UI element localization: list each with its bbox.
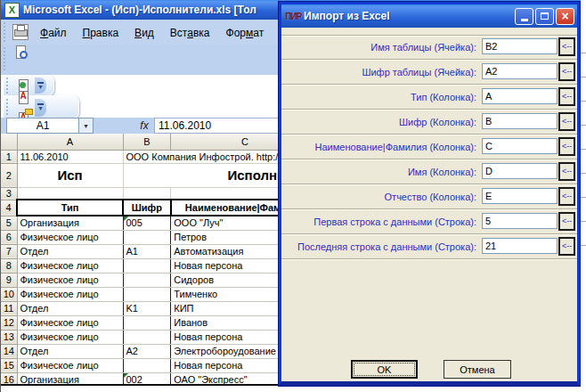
cell-A8[interactable]: Физическое лицо bbox=[17, 258, 123, 273]
row-header-3[interactable]: 3 bbox=[1, 187, 17, 200]
cell-A6[interactable]: Физическое лицо bbox=[17, 230, 123, 244]
close-button[interactable]: × bbox=[556, 8, 574, 25]
dialog-title: Импорт из Excel bbox=[304, 10, 513, 22]
toolbar-options-chevron[interactable]: ▾ bbox=[35, 99, 46, 117]
pick-from-sheet-button[interactable]: <-- bbox=[558, 162, 575, 181]
grid-row-13: 13Физическое лицоНовая персона bbox=[1, 330, 319, 344]
pick-from-sheet-button[interactable]: <-- bbox=[558, 37, 575, 56]
row-header-11[interactable]: 11 bbox=[1, 301, 17, 315]
cell-A11[interactable]: Отдел bbox=[17, 301, 123, 315]
ok-button[interactable]: OK bbox=[351, 360, 418, 379]
grid-row-11: 11ОтделK1КИП bbox=[1, 301, 319, 315]
field-input[interactable] bbox=[482, 38, 558, 54]
menu-вид[interactable]: Вид bbox=[126, 24, 162, 42]
dialog-field-row-6: Имя (Колонка):<-- bbox=[281, 159, 577, 184]
convert-to-pdf-button[interactable] bbox=[12, 86, 34, 108]
cell-A15[interactable]: Физическое лицо bbox=[17, 358, 123, 372]
formula-input[interactable]: 11.06.2010 bbox=[154, 118, 285, 134]
grid-row-15: 15Физическое лицоНовая персона bbox=[1, 358, 319, 372]
field-label: Отчество (Колонка): bbox=[281, 185, 476, 208]
row-header-15[interactable]: 15 bbox=[1, 358, 17, 372]
field-input[interactable] bbox=[482, 213, 558, 229]
cell-B4[interactable]: Шифр bbox=[123, 200, 171, 216]
cell-B13[interactable] bbox=[123, 330, 171, 344]
field-input[interactable] bbox=[482, 238, 558, 254]
name-box-dropdown[interactable]: ▼ bbox=[79, 118, 94, 134]
row-header-12[interactable]: 12 bbox=[1, 315, 17, 330]
pick-from-sheet-button[interactable]: <-- bbox=[558, 112, 575, 131]
toolbar-grip-handle[interactable] bbox=[3, 47, 7, 71]
row-header-5[interactable]: 5 bbox=[1, 216, 17, 230]
insert-function-icon[interactable]: fx bbox=[136, 119, 152, 132]
dialog-field-row-1: Имя таблицы (Ячейка):<-- bbox=[281, 35, 577, 60]
menubar-grip-handle[interactable] bbox=[3, 22, 7, 42]
field-input[interactable] bbox=[482, 138, 558, 154]
pick-from-sheet-button[interactable]: <-- bbox=[558, 237, 575, 256]
cell-B15[interactable] bbox=[123, 358, 171, 372]
cell-B10[interactable] bbox=[123, 287, 171, 301]
pick-from-sheet-button[interactable]: <-- bbox=[558, 137, 575, 156]
cell-B6[interactable] bbox=[123, 230, 171, 244]
print-preview-button[interactable] bbox=[9, 41, 31, 62]
row-header-13[interactable]: 13 bbox=[1, 330, 17, 344]
row-header-10[interactable]: 10 bbox=[1, 287, 17, 301]
row-header-4[interactable]: 4 bbox=[1, 200, 17, 216]
field-input[interactable] bbox=[482, 188, 558, 204]
menu-вставка[interactable]: Вставка bbox=[162, 24, 218, 42]
field-label: Наименование|Фамилия (Колонка): bbox=[281, 135, 476, 159]
cell-B11[interactable]: K1 bbox=[123, 301, 171, 315]
cell-B3[interactable] bbox=[123, 187, 171, 200]
minimize-button[interactable] bbox=[515, 8, 533, 25]
mail-button[interactable] bbox=[9, 0, 31, 4]
pick-from-sheet-button[interactable]: <-- bbox=[558, 212, 575, 231]
row-header-6[interactable]: 6 bbox=[1, 230, 17, 244]
menu-файл[interactable]: Файл bbox=[32, 24, 75, 42]
cell-A4[interactable]: Тип bbox=[17, 200, 123, 216]
pdf-toolbar-grip[interactable] bbox=[5, 99, 10, 117]
row-header-2[interactable]: 2 bbox=[1, 163, 17, 187]
cell-A5[interactable]: Организация bbox=[17, 216, 123, 230]
cell-B7[interactable]: A1 bbox=[123, 244, 171, 258]
cell-A2[interactable]: Исп bbox=[17, 163, 123, 187]
cell-B14[interactable]: A2 bbox=[123, 344, 171, 358]
field-input[interactable] bbox=[482, 63, 558, 79]
name-box[interactable]: A1 bbox=[6, 118, 79, 134]
row-header-14[interactable]: 14 bbox=[1, 344, 17, 358]
row-header-9[interactable]: 9 bbox=[1, 273, 17, 287]
cell-B12[interactable] bbox=[123, 315, 171, 330]
field-input[interactable] bbox=[482, 113, 558, 129]
pick-from-sheet-button[interactable]: <-- bbox=[558, 187, 575, 206]
cell-A7[interactable]: Отдел bbox=[17, 244, 123, 258]
field-label: Шифр таблицы (Ячейка): bbox=[281, 61, 476, 84]
field-input[interactable] bbox=[482, 88, 558, 104]
grid-row-6: 6Физическое лицоПетров bbox=[1, 230, 319, 244]
addin-toolbar-grip[interactable] bbox=[5, 78, 10, 94]
cell-B8[interactable] bbox=[123, 258, 171, 273]
cell-B9[interactable] bbox=[123, 273, 171, 287]
menu-формат[interactable]: Формат bbox=[218, 24, 273, 42]
cell-A9[interactable]: Физическое лицо bbox=[17, 273, 123, 287]
cell-A13[interactable]: Физическое лицо bbox=[17, 330, 123, 344]
row-header-1[interactable]: 1 bbox=[1, 150, 17, 163]
column-header-B[interactable]: B bbox=[123, 134, 171, 150]
cell-B5[interactable]: 005 bbox=[123, 216, 171, 230]
toolbar-options-chevron[interactable]: ▾ bbox=[35, 78, 46, 94]
pick-from-sheet-button[interactable]: <-- bbox=[558, 87, 575, 106]
cell-A14[interactable]: Отдел bbox=[17, 344, 123, 358]
cell-A3[interactable] bbox=[17, 187, 123, 200]
column-header-A[interactable]: A bbox=[17, 134, 123, 150]
row-header-7[interactable]: 7 bbox=[1, 244, 17, 258]
field-input[interactable] bbox=[482, 163, 558, 179]
cancel-button[interactable]: Отмена bbox=[444, 360, 511, 379]
cell-A1[interactable]: 11.06.2010 bbox=[17, 150, 123, 163]
excel-window-title: Microsoft Excel - (Исп)-Исполнители.xls … bbox=[23, 4, 256, 16]
maximize-button[interactable] bbox=[535, 8, 554, 25]
menu-правка[interactable]: Правка bbox=[75, 24, 127, 42]
cell-A10[interactable]: Физическое лицо bbox=[17, 287, 123, 301]
grid-row-8: 8Физическое лицоНовая персона bbox=[1, 258, 319, 273]
print-button[interactable] bbox=[9, 20, 31, 41]
select-all-corner[interactable] bbox=[1, 134, 17, 150]
row-header-8[interactable]: 8 bbox=[1, 258, 17, 273]
cell-A12[interactable]: Физическое лицо bbox=[17, 315, 123, 330]
pick-from-sheet-button[interactable]: <-- bbox=[558, 62, 575, 81]
